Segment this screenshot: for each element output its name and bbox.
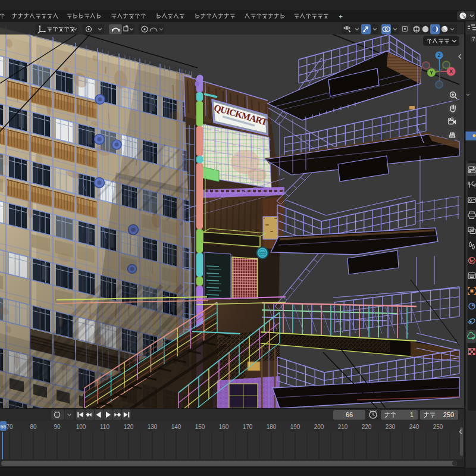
svg-text:180: 180 xyxy=(267,424,277,430)
svg-text:90: 90 xyxy=(54,424,61,430)
svg-text:66: 66 xyxy=(0,424,6,430)
svg-text:110: 110 xyxy=(100,424,109,430)
svg-text:250: 250 xyxy=(443,411,454,418)
svg-text:150: 150 xyxy=(195,424,205,430)
svg-text:170: 170 xyxy=(243,424,253,430)
svg-text:250: 250 xyxy=(433,424,443,430)
svg-text:240: 240 xyxy=(409,424,419,430)
svg-text:Y: Y xyxy=(430,70,433,76)
svg-text:80: 80 xyxy=(30,424,37,430)
svg-text:220: 220 xyxy=(362,424,372,430)
svg-text:70: 70 xyxy=(6,424,13,430)
svg-text:66: 66 xyxy=(346,411,353,418)
svg-text:230: 230 xyxy=(386,424,396,430)
svg-text:210: 210 xyxy=(338,424,348,430)
svg-text:100: 100 xyxy=(76,424,86,430)
svg-text:140: 140 xyxy=(171,424,181,430)
svg-text:120: 120 xyxy=(124,424,134,430)
svg-text:1: 1 xyxy=(410,411,414,418)
svg-text:Z: Z xyxy=(437,52,440,58)
svg-text:X: X xyxy=(449,68,453,74)
svg-text:160: 160 xyxy=(219,424,229,430)
svg-text:+: + xyxy=(339,12,343,21)
svg-text:200: 200 xyxy=(314,424,324,430)
svg-text:190: 190 xyxy=(290,424,300,430)
svg-text:130: 130 xyxy=(148,424,158,430)
